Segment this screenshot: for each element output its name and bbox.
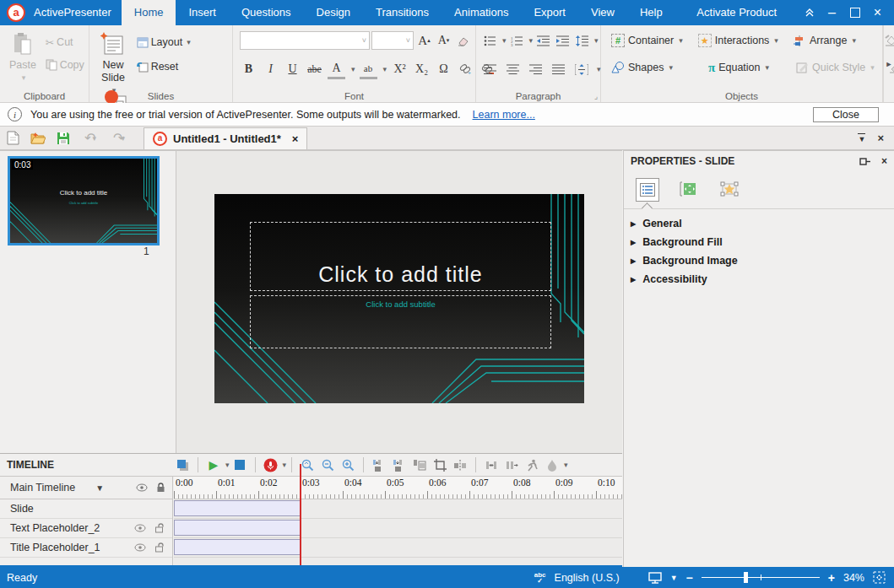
font-color-button[interactable]: A [328, 59, 345, 79]
bullets-button[interactable] [481, 32, 499, 50]
title-placeholder[interactable]: Click to add title [250, 222, 551, 291]
paragraph-dialog-launcher-icon[interactable]: ⌟ [594, 92, 598, 100]
increase-indent-button[interactable] [554, 32, 572, 50]
bold-button[interactable]: B [240, 61, 257, 78]
record-dropdown-icon[interactable]: ▾ [283, 461, 287, 469]
copy-button[interactable]: Copy [46, 57, 84, 73]
learn-more-link[interactable]: Learn more... [473, 109, 535, 121]
visibility-eye-icon[interactable] [134, 523, 146, 533]
track-text-placeholder[interactable] [174, 519, 622, 538]
section-background-fill[interactable]: ▶ Background Fill [624, 233, 894, 251]
strikethrough-button[interactable]: abe [306, 61, 323, 78]
effects-button[interactable] [542, 456, 562, 474]
undo-button[interactable]: ↶ ▾ [76, 128, 105, 148]
tab-view[interactable]: View [578, 0, 627, 25]
stop-button[interactable] [230, 456, 250, 474]
new-project-button[interactable] [0, 128, 25, 148]
document-tab[interactable]: a Untitled1 - Untitled1* × [144, 127, 307, 149]
timeline-row-slide[interactable]: Slide [0, 499, 172, 519]
slide-canvas[interactable]: Click to add title Click to add subtitle [176, 150, 622, 453]
timeline-selector[interactable]: Main Timeline [10, 482, 75, 494]
highlight-button[interactable]: ab [360, 59, 377, 79]
grow-font-button[interactable]: A▴ [415, 32, 433, 50]
tab-interactivity[interactable] [718, 178, 740, 200]
redo-button[interactable]: ↷ ▾ [105, 128, 133, 148]
tab-export[interactable]: Export [521, 0, 578, 25]
line-spacing-button[interactable] [573, 32, 591, 50]
preview-dropdown-icon[interactable]: ▼ [670, 574, 678, 582]
properties-close-icon[interactable]: × [881, 155, 887, 167]
delete-range-button[interactable] [409, 456, 430, 474]
fit-to-window-icon[interactable] [873, 571, 886, 584]
pin-icon[interactable] [859, 157, 871, 166]
section-background-image[interactable]: ▶ Background Image [624, 251, 894, 270]
zoom-out-button[interactable] [317, 456, 338, 474]
timeline-row-text-placeholder[interactable]: Text Placeholder_2 [0, 519, 172, 538]
numbering-button[interactable]: 123 [508, 32, 526, 50]
align-center-button[interactable] [504, 61, 522, 78]
container-button[interactable]: # Container ▾ [608, 30, 686, 51]
numbering-dropdown-icon[interactable]: ▾ [529, 36, 534, 45]
zoom-in-button[interactable] [338, 456, 358, 474]
tab-size-position[interactable] [678, 178, 700, 200]
playhead[interactable] [300, 464, 301, 565]
insert-time-button[interactable] [369, 456, 389, 474]
new-slide-button[interactable]: New Slide ▾ [93, 30, 133, 87]
activate-product-button[interactable]: Activate Product [684, 0, 789, 25]
bullets-dropdown-icon[interactable]: ▾ [502, 36, 507, 45]
split-button[interactable] [450, 456, 470, 474]
justify-button[interactable] [550, 61, 567, 78]
save-button[interactable] [51, 128, 76, 148]
align-left-button[interactable] [481, 61, 499, 78]
reset-button[interactable]: Reset [137, 58, 191, 75]
line-button[interactable]: Line ▾ [886, 57, 894, 78]
record-narration-button[interactable] [261, 456, 281, 474]
remove-time-button[interactable] [389, 456, 409, 474]
tab-transitions[interactable]: Transitions [363, 0, 442, 25]
tab-help[interactable]: Help [627, 0, 675, 25]
timeline-row-title-placeholder[interactable]: Title Placeholder_1 [0, 538, 172, 558]
animations-button[interactable] [522, 456, 542, 474]
zoom-slider[interactable] [702, 572, 820, 584]
interactions-button[interactable]: ★ Interactions ▾ [695, 30, 782, 51]
subtitle-placeholder[interactable]: Click to add subtitle [250, 295, 551, 348]
track-title-placeholder[interactable] [174, 538, 622, 558]
align-right-button[interactable] [527, 61, 545, 78]
crop-button[interactable] [430, 456, 450, 474]
spell-check-icon[interactable]: abc ✓ [534, 572, 546, 584]
pane-close-icon[interactable]: × [877, 132, 884, 144]
subscript-button[interactable]: X₂ [413, 61, 431, 78]
vertical-align-button[interactable] [572, 61, 590, 78]
unlock-icon[interactable] [154, 542, 165, 553]
clear-formatting-button[interactable] [454, 32, 472, 50]
section-accessibility[interactable]: ▶ Accessibility [624, 270, 894, 289]
slide-thumbnail-1[interactable]: 0:03 Click to add title Click to add sub… [8, 156, 160, 245]
maximize-button[interactable] [843, 0, 866, 25]
shapes-button[interactable]: Shapes ▾ [608, 57, 676, 78]
timeline-selector-dropdown-icon[interactable]: ▼ [95, 483, 104, 493]
pane-menu-icon[interactable]: ▼ [858, 133, 865, 143]
zoom-out-status-button[interactable]: − [686, 571, 693, 585]
track-slide[interactable] [174, 499, 622, 519]
font-size-select[interactable]: ˅ [371, 31, 414, 50]
vertical-align-dropdown-icon[interactable]: ▾ [597, 65, 601, 73]
track-bar-title-placeholder[interactable] [174, 539, 301, 555]
decrease-indent-button[interactable] [534, 32, 552, 50]
timeline-ruler[interactable]: 0:00 0:01 0:02 0:03 0:04 0:05 0:06 0:07 … [174, 477, 622, 499]
tab-questions[interactable]: Questions [229, 0, 304, 25]
visibility-eye-icon[interactable] [134, 542, 146, 553]
notification-close-button[interactable]: Close [813, 107, 879, 122]
tab-design[interactable]: Design [304, 0, 363, 25]
play-button[interactable]: ▶ [203, 456, 224, 474]
fill-button[interactable]: Fill ▾ [881, 30, 894, 51]
track-bar-text-placeholder[interactable] [174, 520, 301, 536]
move-time-button[interactable] [501, 456, 522, 474]
layout-button[interactable]: Layout ▾ [137, 34, 191, 51]
unlock-icon[interactable] [154, 523, 165, 533]
equation-button[interactable]: π Equation ▾ [705, 57, 772, 78]
italic-button[interactable]: I [262, 61, 279, 78]
zoom-in-status-button[interactable]: + [828, 571, 835, 585]
language-indicator[interactable]: English (U.S.) [555, 572, 620, 584]
font-color-dropdown-icon[interactable]: ▾ [351, 65, 355, 73]
slide-editor[interactable]: Click to add title Click to add subtitle [214, 194, 584, 403]
